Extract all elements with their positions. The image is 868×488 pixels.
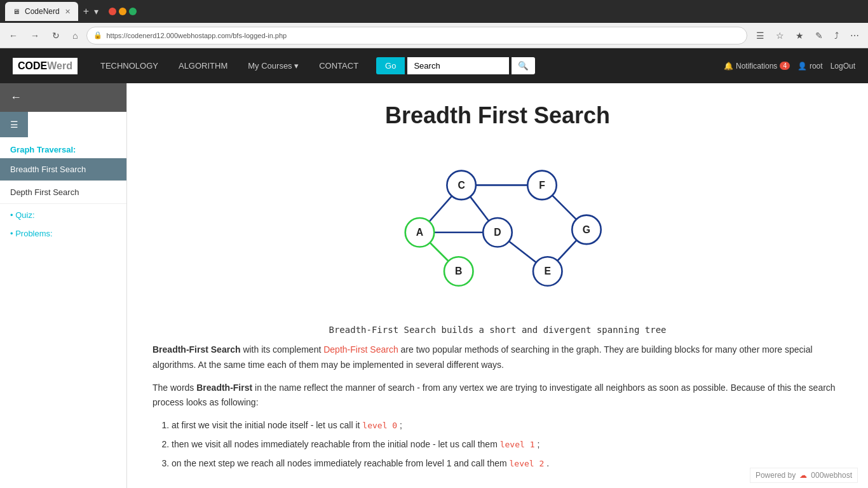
node-label-C: C: [458, 180, 465, 191]
address-bar[interactable]: 🔒 https://codenerd12.000webhostapp.com/b…: [86, 27, 747, 44]
node-label-G: G: [583, 224, 590, 235]
go-button[interactable]: Go: [376, 57, 405, 74]
username-label: root: [810, 62, 823, 71]
node-label-A: A: [416, 227, 423, 238]
new-tab-button[interactable]: +: [81, 6, 92, 17]
code-level2: level 2: [510, 459, 545, 468]
sidebar: ← ☰ Graph Traversal: Breadth First Searc…: [0, 83, 127, 488]
lock-icon: 🔒: [93, 31, 102, 39]
graph-svg: A B C D E F: [364, 144, 631, 309]
bfs-list: at first we visit the initial node itsel…: [172, 418, 843, 471]
list-item-3-after: .: [546, 458, 549, 468]
nav-my-courses[interactable]: My Courses ▾: [240, 48, 306, 83]
list-item-2-text: then we visit all nodes immediately reac…: [172, 439, 500, 449]
node-label-B: B: [455, 266, 462, 276]
logo-code: CODE: [18, 60, 47, 72]
sidebar-back-button[interactable]: ←: [0, 83, 126, 112]
tab-close-button[interactable]: ✕: [65, 8, 71, 16]
main-layout: ← ☰ Graph Traversal: Breadth First Searc…: [0, 83, 868, 488]
graph-traversal-section: Graph Traversal:: [0, 137, 126, 158]
nav-algorithm[interactable]: ALGORITHM: [171, 48, 235, 83]
nav-search: Go 🔍: [376, 57, 535, 74]
website: CODEWerd TECHNOLOGY ALGORITHM My Courses…: [0, 48, 868, 488]
nav-technology[interactable]: TECHNOLOGY: [93, 48, 166, 83]
reader-view-button[interactable]: ☰: [752, 28, 768, 43]
main-content: Breadth First Search: [127, 83, 868, 488]
nav-links: TECHNOLOGY ALGORITHM My Courses ▾ CONTAC…: [93, 48, 709, 83]
node-label-E: E: [544, 266, 551, 276]
list-item-1-after: ;: [400, 420, 402, 430]
breadth-first-bold: Breadth-First: [196, 383, 252, 393]
sidebar-item-dfs[interactable]: Depth First Search: [0, 181, 126, 204]
search-button[interactable]: 🔍: [512, 57, 535, 74]
para1-text1: with its complement: [243, 344, 323, 355]
code-level0: level 0: [362, 421, 397, 430]
list-item-2: then we visit all nodes immediately reac…: [172, 437, 843, 452]
notifications-badge: 4: [780, 62, 790, 70]
notifications-label: Notifications: [736, 62, 777, 71]
browser-tabs: 🖥 CodeNerd ✕ + ▾: [5, 2, 98, 21]
list-item-3: on the next step we reach all nodes imme…: [172, 456, 843, 471]
active-tab[interactable]: 🖥 CodeNerd ✕: [5, 2, 78, 21]
window-minimize[interactable]: [119, 8, 126, 15]
tab-label: CodeNerd: [25, 7, 60, 16]
more-button[interactable]: ⋯: [846, 28, 863, 43]
toolbar-actions: ☰ ☆ ★ ✎ ⤴ ⋯: [752, 28, 863, 43]
annotate-button[interactable]: ✎: [811, 28, 827, 43]
intro-paragraph: Breadth-First Search with its complement…: [153, 342, 843, 373]
para2-text-prefix: The words: [153, 383, 196, 393]
user-icon: 👤: [797, 62, 807, 71]
nav-right: 🔔 Notifications 4 👤 root LogOut: [724, 62, 855, 71]
user-button[interactable]: 👤 root: [797, 62, 823, 71]
refresh-button[interactable]: ↻: [48, 28, 64, 43]
bfs-bold: Breadth-First Search: [153, 344, 240, 355]
toggle-icon: ☰: [10, 119, 18, 130]
graph-container: A B C D E F: [153, 144, 843, 309]
graph-caption: Breadth-First Search builds a short and …: [153, 325, 843, 335]
powered-by-footer: Powered by ☁ 000webhost: [750, 468, 858, 483]
list-item-2-after: ;: [537, 439, 539, 449]
node-label-D: D: [494, 227, 501, 238]
notifications-button[interactable]: 🔔 Notifications 4: [724, 62, 790, 71]
bell-icon: 🔔: [724, 62, 733, 71]
list-item-1: at first we visit the initial node itsel…: [172, 418, 843, 433]
site-logo[interactable]: CODEWerd: [13, 58, 78, 74]
dfs-link[interactable]: Depth-First Search: [323, 344, 398, 355]
powered-by-text: Powered by: [756, 471, 796, 480]
sidebar-toggle-button[interactable]: ☰: [0, 112, 28, 137]
node-label-F: F: [539, 180, 545, 191]
share-button[interactable]: ⤴: [831, 28, 843, 43]
nav-contact[interactable]: CONTACT: [311, 48, 366, 83]
back-button[interactable]: ←: [5, 28, 22, 43]
bookmark-button[interactable]: ☆: [772, 28, 788, 43]
address-text: https://codenerd12.000webhostapp.com/bfs…: [106, 32, 287, 39]
list-item-3-text: on the next step we reach all nodes imme…: [172, 458, 510, 468]
code-level1: level 1: [500, 440, 535, 449]
sidebar-problems-section: • Problems:: [0, 222, 126, 241]
webhost-logo-icon: ☁: [799, 471, 807, 480]
logo-werd: Werd: [47, 60, 72, 72]
back-arrow-icon: ←: [10, 91, 22, 104]
tab-list-button[interactable]: ▾: [94, 6, 98, 17]
list-item-1-text: at first we visit the initial node itsel…: [172, 420, 362, 430]
bookmark-list-button[interactable]: ★: [792, 28, 808, 43]
site-nav: CODEWerd TECHNOLOGY ALGORITHM My Courses…: [0, 48, 868, 83]
description-paragraph: The words Breadth-First in the name refl…: [153, 381, 843, 411]
forward-button[interactable]: →: [27, 28, 43, 43]
window-maximize[interactable]: [129, 8, 137, 15]
sidebar-item-bfs[interactable]: Breadth First Search: [0, 158, 126, 181]
page-title: Breadth First Search: [153, 102, 843, 129]
tab-favicon: 🖥: [13, 8, 20, 15]
webhost-label: 000webhost: [811, 471, 852, 480]
sidebar-quiz-section: • Quiz:: [0, 204, 126, 222]
home-button[interactable]: ⌂: [69, 28, 81, 43]
logout-button[interactable]: LogOut: [831, 62, 855, 71]
browser-chrome: 🖥 CodeNerd ✕ + ▾: [0, 0, 868, 23]
browser-toolbar: ← → ↻ ⌂ 🔒 https://codenerd12.000webhosta…: [0, 23, 868, 48]
window-close[interactable]: [109, 8, 116, 15]
search-input[interactable]: [407, 57, 509, 74]
para2-text: in the name reflect the manner of search…: [153, 383, 836, 408]
